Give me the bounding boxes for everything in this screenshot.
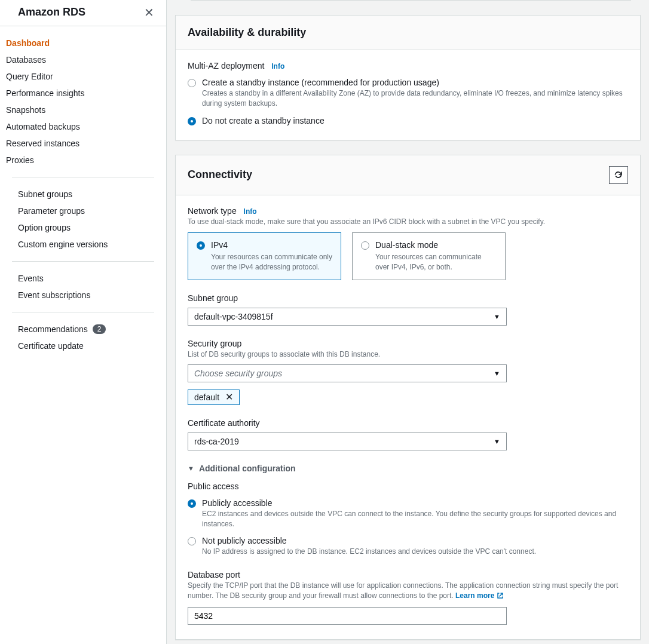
availability-header: Availability & durability [176,16,640,50]
nav-option-groups[interactable]: Option groups [12,219,154,236]
ipv4-desc: Your resources can communicate only over… [211,252,332,272]
nav-section-groups: Subnet groups Parameter groups Option gr… [12,177,154,261]
chip-label: default [194,392,219,402]
network-type-info-link[interactable]: Info [244,207,257,216]
availability-title: Availability & durability [188,26,306,39]
tile-ipv4[interactable]: IPv4 Your resources can communicate only… [188,232,341,280]
tile-body: IPv4 Your resources can communicate only… [211,240,332,272]
nav-events[interactable]: Events [12,270,154,287]
refresh-icon [614,170,623,180]
connectivity-header: Connectivity [176,155,640,195]
ca-label: Certificate authority [188,418,628,428]
nav-performance-insights[interactable]: Performance insights [0,85,166,102]
additional-configuration-toggle[interactable]: ▼ Additional configuration [188,464,628,473]
subnet-group-select[interactable]: default-vpc-3409815f ▼ [188,308,507,326]
no-standby-title: Do not create a standby instance [202,116,628,125]
create-standby-desc: Creates a standby in a different Availab… [202,88,628,109]
security-group-help: List of DB security groups to associate … [188,349,628,360]
availability-panel: Availability & durability Multi-AZ deplo… [175,15,641,140]
network-type-help: To use dual-stack mode, make sure that y… [188,217,628,227]
ipv4-title: IPv4 [211,240,332,250]
radio-content: Create a standby instance (recommended f… [202,78,628,109]
ca-value: rds-ca-2019 [194,437,239,446]
nav-section-events: Events Event subscriptions [12,261,154,312]
nav-dashboard[interactable]: Dashboard [0,35,166,51]
learn-more-link[interactable]: Learn more [455,591,504,601]
additional-configuration-label: Additional configuration [199,464,296,473]
nav-subnet-groups[interactable]: Subnet groups [12,186,154,203]
create-standby-title: Create a standby instance (recommended f… [202,78,628,87]
dual-desc: Your resources can communicate over IPv4… [375,252,497,272]
caret-down-icon: ▼ [494,370,500,377]
dual-title: Dual-stack mode [375,240,497,250]
radio-icon [361,241,369,250]
connectivity-body: Network type Info To use dual-stack mode… [176,195,640,639]
port-help-text: Specify the TCP/IP port that the DB inst… [188,581,618,600]
close-icon[interactable]: ✕ [144,7,154,19]
radio-content: Publicly accessible EC2 instances and de… [202,498,628,529]
public-opt1-desc: EC2 instances and devices outside the VP… [202,509,628,529]
nav-reserved-instances[interactable]: Reserved instances [0,135,166,152]
radio-create-standby[interactable]: Create a standby instance (recommended f… [188,78,628,109]
top-divider [191,0,631,1]
public-opt1-title: Publicly accessible [202,498,628,508]
radio-publicly-accessible[interactable]: Publicly accessible EC2 instances and de… [188,498,628,529]
refresh-button[interactable] [609,166,628,184]
public-opt2-title: Not publicly accessible [202,536,628,545]
connectivity-title: Connectivity [188,168,252,181]
radio-icon [188,499,196,508]
security-group-block: Security group List of DB security group… [188,339,628,405]
nav-recommendations-label: Recommendations [18,324,88,334]
nav-certificate-update[interactable]: Certificate update [12,338,154,354]
public-access-label: Public access [188,482,628,491]
public-access-block: Public access Publicly accessible EC2 in… [188,482,628,557]
radio-not-publicly-accessible[interactable]: Not publicly accessible No IP address is… [188,536,628,557]
nav-parameter-groups[interactable]: Parameter groups [12,203,154,219]
ca-select[interactable]: rds-ca-2019 ▼ [188,433,507,450]
radio-icon [188,537,196,545]
main-content: Availability & durability Multi-AZ deplo… [167,0,649,644]
multi-az-info-link[interactable]: Info [271,62,284,70]
nav-custom-engine-versions[interactable]: Custom engine versions [12,236,154,253]
security-group-select[interactable]: Choose security groups ▼ [188,364,507,382]
sidebar-header: Amazon RDS ✕ [0,0,166,26]
nav-query-editor[interactable]: Query Editor [0,68,166,85]
nav-proxies[interactable]: Proxies [0,152,166,168]
radio-no-standby[interactable]: Do not create a standby instance [188,116,628,125]
nav-section-main: Dashboard Databases Query Editor Perform… [0,26,166,177]
radio-content: Not publicly accessible No IP address is… [202,536,628,557]
port-help: Specify the TCP/IP port that the DB inst… [188,581,628,601]
radio-icon [188,79,196,87]
sidebar-title: Amazon RDS [18,6,85,19]
caret-down-icon: ▼ [494,313,500,320]
network-type-block: Network type Info To use dual-stack mode… [188,206,628,280]
public-opt2-desc: No IP address is assigned to the DB inst… [202,547,628,557]
tile-dual-stack[interactable]: Dual-stack mode Your resources can commu… [352,232,506,280]
security-group-chip: default ✕ [188,390,240,405]
nav-snapshots[interactable]: Snapshots [0,102,166,118]
network-type-tiles: IPv4 Your resources can communicate only… [188,232,628,280]
nav-automated-backups[interactable]: Automated backups [0,118,166,135]
external-link-icon [497,592,504,599]
triangle-down-icon: ▼ [188,465,194,472]
learn-more-label: Learn more [455,591,494,601]
multi-az-label-row: Multi-AZ deployment Info [188,61,628,70]
tile-body: Dual-stack mode Your resources can commu… [375,240,497,272]
network-type-label: Network type [188,206,237,216]
subnet-group-value: default-vpc-3409815f [194,312,273,321]
security-group-placeholder: Choose security groups [194,369,282,378]
network-type-label-row: Network type Info [188,206,628,216]
connectivity-panel: Connectivity Network type Info To use du… [175,155,641,640]
chip-remove-icon[interactable]: ✕ [225,392,233,402]
nav-recommendations[interactable]: Recommendations 2 [12,321,154,338]
database-port-input[interactable] [188,607,507,625]
nav-event-subscriptions[interactable]: Event subscriptions [12,287,154,303]
subnet-group-label: Subnet group [188,293,628,303]
database-port-block: Database port Specify the TCP/IP port th… [188,570,628,625]
subnet-group-block: Subnet group default-vpc-3409815f ▼ [188,293,628,326]
radio-icon [188,117,196,125]
nav-databases[interactable]: Databases [0,51,166,68]
multi-az-label: Multi-AZ deployment [188,61,264,70]
security-group-label: Security group [188,339,628,348]
port-label: Database port [188,570,628,579]
